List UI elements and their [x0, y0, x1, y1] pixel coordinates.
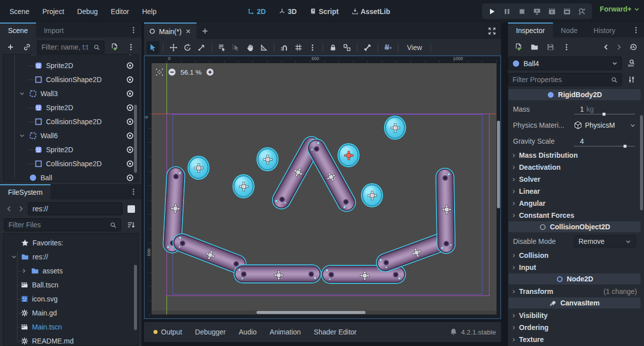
file-tree-row[interactable]: icon.svg: [4, 292, 138, 306]
tab-main-scene[interactable]: Main(*): [144, 23, 196, 39]
pause-icon[interactable]: [500, 5, 514, 18]
scene-tree-row[interactable]: Wall3: [4, 87, 138, 101]
editor-screen-3d[interactable]: 3D: [274, 5, 302, 18]
bottom-panel-animation[interactable]: Animation: [263, 322, 307, 342]
property-group-collision[interactable]: Collision: [508, 249, 641, 261]
chevron-down-icon[interactable]: [18, 133, 26, 139]
close-icon[interactable]: [185, 28, 192, 35]
sort-files-button[interactable]: [124, 218, 138, 231]
property-value[interactable]: 4: [574, 133, 636, 149]
new-resource-button[interactable]: [512, 41, 525, 54]
property-group-deactivation[interactable]: Deactivation: [508, 161, 641, 173]
play-icon[interactable]: [485, 5, 499, 18]
dropdown-disable-mode[interactable]: Remove: [574, 235, 636, 247]
ruler-tool-icon[interactable]: [258, 41, 270, 54]
file-tree-row[interactable]: Main.tscn: [4, 320, 138, 334]
file-tree-scrollbar[interactable]: [134, 265, 137, 330]
attach-script-button[interactable]: [108, 41, 121, 54]
filter-properties-input[interactable]: Filter Properties: [508, 73, 622, 86]
tab-import[interactable]: Import: [36, 23, 72, 38]
chevron-down-icon[interactable]: [10, 254, 18, 260]
scene-tree-menu-button[interactable]: [124, 41, 138, 54]
scene-tree-row[interactable]: Wall5: [4, 54, 138, 59]
visibility-eye-icon[interactable]: [126, 76, 134, 84]
property-group-ordering[interactable]: Ordering: [508, 321, 641, 333]
visibility-eye-icon[interactable]: [126, 104, 134, 112]
scene-tree-row[interactable]: Wall6: [4, 129, 138, 143]
menu-editor[interactable]: Editor: [104, 5, 136, 19]
scale-tool-icon[interactable]: [195, 41, 208, 54]
canvas-hscroll[interactable]: [152, 310, 496, 314]
editor-screen-assetlib[interactable]: AssetLib: [347, 5, 394, 18]
property-group-texture[interactable]: Texture: [508, 333, 641, 345]
zoom-in-icon[interactable]: [206, 68, 214, 76]
profiler-icon[interactable]: [575, 5, 589, 18]
property-group-constant-forces[interactable]: Constant Forces: [508, 209, 641, 221]
tab-inspector[interactable]: Inspector: [508, 23, 553, 38]
wall-capsule[interactable]: [436, 169, 455, 253]
pan-tool-icon[interactable]: [244, 41, 256, 54]
save-resource-button[interactable]: [544, 41, 557, 54]
select-pivot-icon[interactable]: [230, 41, 242, 54]
file-tree-row[interactable]: README.md: [4, 334, 138, 346]
property-group-solver[interactable]: Solver: [508, 173, 641, 185]
visibility-eye-icon[interactable]: [126, 90, 134, 98]
skeleton-icon[interactable]: [361, 41, 374, 54]
history-back-button[interactable]: [4, 202, 14, 215]
movie-maker-icon[interactable]: [560, 5, 574, 18]
visibility-eye-icon[interactable]: [126, 54, 134, 56]
canvas-vscroll[interactable]: [496, 63, 500, 314]
smart-snap-icon[interactable]: [278, 41, 291, 54]
history-icon[interactable]: [627, 41, 640, 54]
wall-capsule[interactable]: [234, 265, 320, 282]
bottom-panel-debugger[interactable]: Debugger: [188, 322, 232, 342]
bell-icon[interactable]: [450, 328, 458, 336]
scene-filter-input[interactable]: Filter: name, t:t: [37, 41, 104, 54]
edit-forward-button[interactable]: [614, 41, 624, 54]
property-value[interactable]: 1kg: [574, 101, 636, 117]
tab-scene[interactable]: Scene: [0, 23, 36, 38]
resource-menu-button[interactable]: [560, 41, 573, 54]
dock-menu-icon[interactable]: [628, 23, 644, 38]
property-tools-icon[interactable]: [625, 73, 638, 86]
path-input[interactable]: res://: [28, 202, 122, 215]
history-forward-button[interactable]: [16, 202, 26, 215]
add-node-button[interactable]: [4, 41, 17, 54]
selected-node-gizmo[interactable]: [344, 151, 353, 160]
visibility-eye-icon[interactable]: [126, 146, 134, 154]
tab-node[interactable]: Node: [553, 23, 586, 38]
scene-tree-row[interactable]: CollisionShape2D: [4, 115, 138, 129]
file-tree-row[interactable]: res://: [4, 250, 138, 264]
canvas-area[interactable]: 56.1 %: [152, 63, 496, 314]
run-movie-icon[interactable]: [545, 5, 559, 18]
property-group-mass-distribution[interactable]: Mass Distribution: [508, 149, 641, 161]
rotate-tool-icon[interactable]: [181, 41, 194, 54]
property-group-input[interactable]: Input: [508, 261, 641, 273]
bottom-panel-shader-editor[interactable]: Shader Editor: [308, 322, 364, 342]
split-mode-button[interactable]: [124, 202, 138, 215]
menu-help[interactable]: Help: [136, 5, 163, 19]
bottom-panel-audio[interactable]: Audio: [232, 322, 264, 342]
stop-icon[interactable]: [515, 5, 529, 18]
edited-object-selector[interactable]: Ball4: [508, 57, 622, 70]
property-group-transform[interactable]: Transform(1 change): [508, 285, 641, 297]
file-tree-row[interactable]: Favorites:: [4, 236, 138, 250]
bottom-panel-output[interactable]: Output: [147, 322, 188, 342]
editor-screen-2d[interactable]: 2D: [244, 5, 270, 18]
grid-snap-icon[interactable]: [292, 41, 305, 54]
zoom-percent[interactable]: 56.1 %: [180, 69, 202, 76]
scene-tree-row[interactable]: CollisionShape2D: [4, 73, 138, 87]
snap-options-icon[interactable]: [306, 41, 319, 54]
tab-filesystem[interactable]: FileSystem: [0, 184, 50, 199]
resource-picker[interactable]: PhysicsM: [574, 121, 636, 129]
file-filter-input[interactable]: Filter Files: [4, 218, 121, 231]
scene-tree-scrollbar[interactable]: [134, 105, 137, 173]
editor-screen-script[interactable]: Script: [305, 5, 343, 18]
dock-menu-icon[interactable]: [126, 23, 142, 38]
property-group-angular[interactable]: Angular: [508, 197, 641, 209]
menu-project[interactable]: Project: [36, 5, 71, 19]
instance-scene-button[interactable]: [20, 41, 34, 54]
select-tool-icon[interactable]: [146, 41, 160, 54]
expand-viewport-icon[interactable]: [483, 23, 501, 39]
property-group-linear[interactable]: Linear: [508, 185, 641, 197]
